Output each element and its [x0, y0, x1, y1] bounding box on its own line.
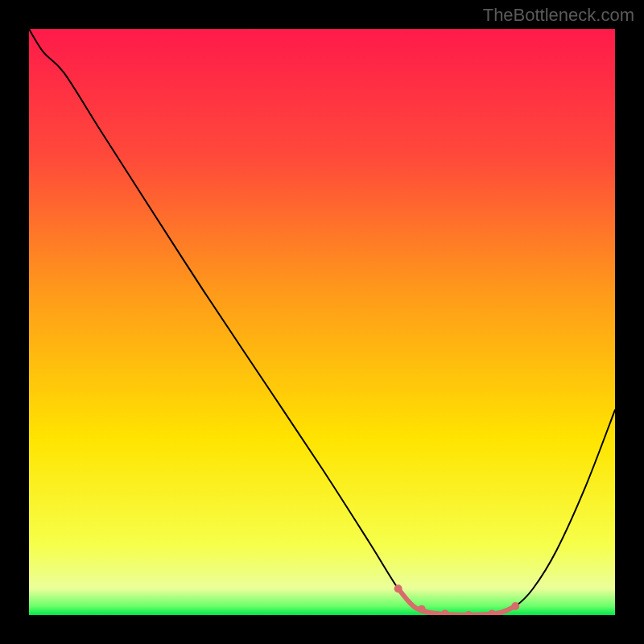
watermark-text: TheBottleneck.com — [483, 5, 634, 26]
gradient-background — [29, 29, 615, 615]
highlight-dot — [418, 605, 426, 613]
chart-container — [29, 29, 615, 615]
highlight-dot — [394, 584, 402, 592]
chart-svg — [29, 29, 615, 615]
highlight-dot — [511, 602, 519, 610]
